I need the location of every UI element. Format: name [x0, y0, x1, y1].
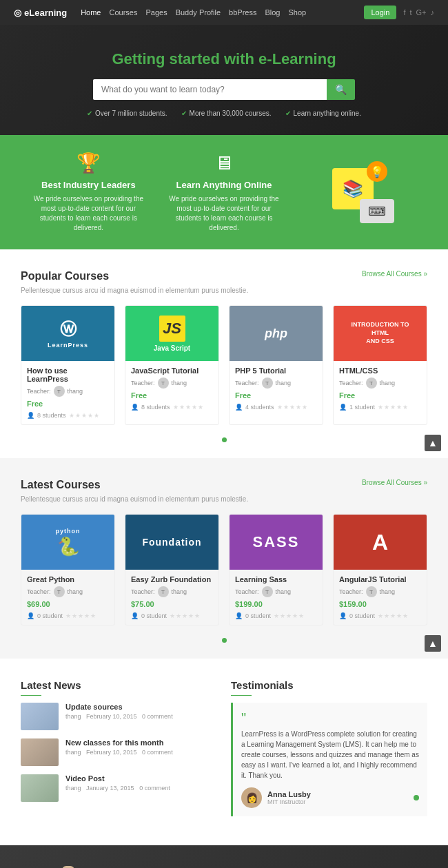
twitter-icon[interactable]: t: [409, 8, 411, 17]
testimonial-text: LearnPress is a WordPress complete solut…: [241, 729, 419, 781]
course-price-php: Free: [235, 391, 317, 400]
course-card-js[interactable]: JS Java Script JavaScript Tutorial Teach…: [125, 305, 219, 425]
music-icon[interactable]: ♪: [431, 8, 435, 17]
stars-wp: ★★★★★: [69, 412, 100, 419]
search-input[interactable]: [93, 79, 327, 100]
brand[interactable]: ◎ eLearning: [14, 8, 67, 18]
news-divider: [21, 695, 41, 696]
stars-html: ★★★★★: [378, 404, 409, 411]
login-button[interactable]: Login: [364, 6, 396, 19]
news-item-1[interactable]: Update sources thang February 10, 2015 0…: [21, 703, 217, 730]
navbar: ◎ eLearning Home Courses Pages Buddy Pro…: [0, 0, 448, 25]
scroll-top-latest[interactable]: ▲: [425, 635, 441, 652]
course-price-sass: $199.00: [235, 600, 317, 608]
course-card-foundation[interactable]: Foundation Easy Zurb Foundation Teacher:…: [125, 514, 219, 626]
nav-buddy[interactable]: Buddy Profile: [176, 8, 221, 17]
course-meta-js: 👤 8 students ★★★★★: [131, 404, 213, 411]
news-meta-3: thang January 13, 2015 0 comment: [65, 785, 217, 792]
banner-graphic: 📚 💡 ⌨: [298, 161, 420, 223]
course-card-python[interactable]: python 🐍 Great Python Teacher: T thang $…: [21, 514, 115, 626]
news-thumb-1: [21, 703, 59, 730]
course-name-foundation: Easy Zurb Foundation: [131, 575, 213, 583]
news-comments-3: 0 comment: [139, 785, 170, 792]
nav-home[interactable]: Home: [81, 8, 101, 17]
popular-courses-section: Popular Courses Browse All Courses » Pel…: [0, 249, 448, 458]
nav-shop[interactable]: Shop: [288, 8, 306, 17]
nav-blog[interactable]: Blog: [265, 8, 280, 17]
popular-courses-browse[interactable]: Browse All Courses »: [362, 270, 427, 278]
nav-pages[interactable]: Pages: [145, 8, 167, 17]
news-title-2: New classes for this month: [65, 738, 217, 747]
nav-courses[interactable]: Courses: [109, 8, 137, 17]
search-button[interactable]: 🔍: [327, 79, 355, 100]
dot-latest-1[interactable]: [222, 638, 227, 643]
news-author-2: thang: [65, 749, 81, 756]
teacher-label-php: Teacher:: [235, 380, 259, 386]
course-name-sass: Learning Sass: [235, 575, 317, 583]
course-card-wp[interactable]: ⓦ LearnPress How to use LearnPress Teach…: [21, 305, 115, 425]
course-meta-python: 👤 0 student ★★★★★: [27, 612, 109, 619]
gplus-icon[interactable]: G+: [416, 8, 427, 17]
latest-courses-grid: python 🐍 Great Python Teacher: T thang $…: [21, 514, 427, 626]
course-meta-angular: 👤 0 student ★★★★★: [339, 612, 421, 619]
monitor-icon: 🖥: [163, 152, 285, 174]
news-author-3: thang: [65, 785, 81, 792]
news-comments-1: 0 comment: [142, 713, 173, 720]
students-icon-sass: 👤: [235, 612, 243, 619]
news-thumb-2: [21, 738, 59, 766]
check-icon-1: ✔: [87, 110, 92, 117]
stars-angular: ★★★★★: [378, 612, 409, 619]
teacher-avatar-sass: T: [262, 586, 273, 597]
course-teacher-html: Teacher: T thang: [339, 378, 421, 389]
course-meta-php: 👤 4 students ★★★★★: [235, 404, 317, 411]
dot-1[interactable]: [222, 437, 227, 442]
course-meta-wp: 👤 8 students ★★★★★: [27, 412, 109, 419]
latest-courses-desc: Pellentesque cursus arcu id magna euismo…: [21, 495, 427, 503]
course-price-html: Free: [339, 391, 421, 400]
course-price-angular: $159.00: [339, 600, 421, 608]
hero-search: 🔍: [93, 79, 355, 100]
latest-courses-browse[interactable]: Browse All Courses »: [362, 479, 427, 486]
python-logo-container: python 🐍: [56, 528, 81, 557]
course-teacher-sass: Teacher: T thang: [235, 586, 317, 597]
course-price-wp: Free: [27, 400, 109, 408]
news-title-3: Video Post: [65, 774, 217, 783]
js-logo: JS: [159, 316, 185, 342]
news-item-3[interactable]: Video Post thang January 13, 2015 0 comm…: [21, 774, 217, 802]
news-testimonials-section: Latest News Update sources thang Februar…: [0, 659, 448, 845]
course-thumb-foundation: Foundation: [125, 515, 218, 570]
author-avatar: 👩: [241, 787, 262, 808]
green-banner: 🏆 Best Industry Leaders We pride ourselv…: [0, 135, 448, 249]
check-icon-3: ✔: [285, 110, 291, 117]
news-author-1: thang: [65, 713, 81, 720]
facebook-icon[interactable]: f: [403, 8, 405, 17]
nav-bbpress[interactable]: bbPress: [229, 8, 256, 17]
course-thumb-js: JS Java Script: [125, 306, 218, 361]
author-info: Anna Lusby MIT Instructor: [267, 790, 311, 805]
testimonials-divider: [231, 695, 252, 696]
course-card-php[interactable]: php PHP 5 Tutorial Teacher: T thang Free…: [229, 305, 323, 425]
news-date-2: February 10, 2015: [86, 749, 137, 756]
testimonials-column: Testimonials " LearnPress is a WordPress…: [231, 679, 427, 825]
scroll-top-popular[interactable]: ▲: [425, 435, 441, 451]
course-teacher-angular: Teacher: T thang: [339, 586, 421, 597]
online-dot: [414, 795, 419, 800]
news-content-1: Update sources thang February 10, 2015 0…: [65, 703, 217, 720]
news-thumb-3: [21, 774, 59, 802]
course-card-html[interactable]: INTRODUCTION TOHTMLAND CSS HTML/CSS Teac…: [333, 305, 427, 425]
nav-socials: f t G+ ♪: [403, 8, 434, 17]
teacher-avatar-php: T: [262, 378, 273, 389]
angular-logo: A: [372, 530, 388, 555]
course-teacher-wp: Teacher: T thang: [27, 386, 109, 397]
course-card-angular[interactable]: A AngularJS Tutorial Teacher: T thang $1…: [333, 514, 427, 626]
teacher-avatar-angular: T: [366, 586, 377, 597]
teacher-avatar-html: T: [366, 378, 377, 389]
news-item-2[interactable]: New classes for this month thang Februar…: [21, 738, 217, 766]
banner-item-online: 🖥 Learn Anything Online We pride ourselv…: [163, 152, 285, 233]
course-card-sass[interactable]: SASS Learning Sass Teacher: T thang $199…: [229, 514, 323, 626]
sass-logo: SASS: [253, 533, 300, 551]
teacher-label-angular: Teacher:: [339, 588, 363, 595]
course-thumb-wp: ⓦ LearnPress: [21, 306, 114, 361]
latest-carousel-dots: [21, 635, 427, 645]
hero-section: Getting started with e-Learning 🔍 ✔ Over…: [0, 25, 448, 135]
